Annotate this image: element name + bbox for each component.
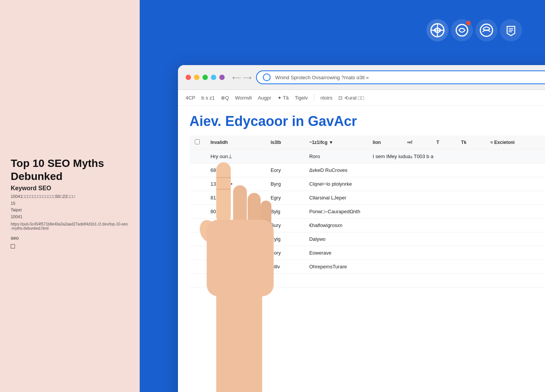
sidebar-icon: □ bbox=[11, 242, 129, 250]
row-col1-8: 8F 00k▸ bbox=[205, 274, 265, 287]
filter-cell-select bbox=[189, 150, 205, 163]
sidebar-subtitle: Keyword SEO bbox=[11, 185, 129, 192]
row-col2-0: Eory bbox=[265, 163, 304, 177]
row-select bbox=[189, 232, 205, 246]
sidebar: Top 10 SEO Myths Debunked Keyword SEO 10… bbox=[0, 0, 140, 392]
toolbar-item-tiger[interactable]: Tigelv bbox=[295, 95, 308, 101]
table-col-header-7: ≈ Excietoni bbox=[485, 136, 545, 150]
row-col3-3: Ponw□‒CaurapedΩnth bbox=[304, 205, 545, 219]
table-row: 32 00k▸ Bory Eowerave bbox=[189, 246, 545, 260]
sidebar-meta-line2: 15 bbox=[11, 200, 129, 207]
browser-content: Aiev. Edycaoor in GavAcr Invalidh ls3lb … bbox=[178, 106, 545, 295]
toolbar-item-2[interactable]: ⊗Q bbox=[221, 95, 229, 101]
sidebar-url[interactable]: https://pub-5c454f571b8e40a3a2aad27ade84… bbox=[11, 222, 129, 230]
browser-toolbar: 4CP b s z1 ⊗Q Worm∂i Augpr ✦ Tā Tigelv bbox=[178, 90, 545, 106]
row-select bbox=[189, 246, 205, 260]
page-title: Top 10 SEO Myths Debunked bbox=[11, 157, 129, 183]
row-select bbox=[189, 177, 205, 191]
table-row: 81 00k▸ Egry Cllarsinal LJeper bbox=[189, 191, 545, 205]
row-col3-0: ΔvkeD RuCroves bbox=[304, 163, 545, 177]
toolbar-item-augpr[interactable]: Augpr bbox=[258, 95, 271, 101]
traffic-light-yellow[interactable] bbox=[194, 75, 199, 80]
toolbar-item-1[interactable]: b s z1 bbox=[201, 95, 215, 101]
address-bar[interactable]: Wnind Sprotech Ovsarrowing ?rnats α3tl » bbox=[256, 70, 545, 84]
main-area: ⟵ ⟶ Wnind Sprotech Ovsarrowing ?rnats α3… bbox=[140, 0, 545, 392]
row-col1-2: 81 00k▸ bbox=[205, 191, 265, 205]
address-circle-icon bbox=[263, 74, 271, 81]
table-row: 13 00k⟶ Byrg Clqne⊢lo ptolynrke bbox=[189, 177, 545, 191]
address-text: Wnind Sprotech Ovsarrowing ?rnats α3tl » bbox=[275, 75, 545, 80]
nav-arrows: ⟵ ⟶ bbox=[232, 74, 251, 81]
content-title: Aiev. Edycaoor in GavAcr bbox=[189, 113, 545, 129]
traffic-light-red[interactable] bbox=[186, 75, 191, 80]
row-col1-7: S0 00k▸ bbox=[205, 260, 265, 274]
row-col2-8 bbox=[265, 274, 304, 287]
toolbar-label-ural: ⊡ ∢ural □□ bbox=[338, 95, 364, 101]
data-table: Invalidh ls3lb ~1z1ifcg ▼ lion ⇨! T Tk ≈… bbox=[189, 136, 545, 287]
table-col-header-1: ls3lb bbox=[265, 136, 304, 150]
toolbar-item-ta[interactable]: ✦ Tā bbox=[277, 95, 289, 101]
table-row: 82 00k▸ Bury €halfowigrosxn bbox=[189, 219, 545, 232]
traffic-light-blue[interactable] bbox=[211, 75, 216, 80]
table-col-header-0: Invalidh bbox=[205, 136, 265, 150]
row-col2-7: Nillv bbox=[265, 260, 304, 274]
filter-row: Hry oun⊥ Roro I sem IMey iudua₁ T003 b a bbox=[189, 150, 545, 163]
toolbar-label-1: b s z1 bbox=[201, 95, 215, 101]
row-col2-5: Rylg bbox=[265, 232, 304, 246]
row-col3-1: Clqne⊢lo ptolynrke bbox=[304, 177, 545, 191]
browser-chrome: ⟵ ⟶ Wnind Sprotech Ovsarrowing ?rnats α3… bbox=[178, 65, 545, 90]
row-col1-3: 80 00k▸ bbox=[205, 205, 265, 219]
filter-hry: Hry oun⊥ bbox=[205, 150, 304, 163]
row-col2-1: Byrg bbox=[265, 177, 304, 191]
deco-icons-area bbox=[426, 19, 522, 41]
select-all-checkbox[interactable] bbox=[195, 139, 200, 144]
table-row: S0 00k▸ Nillv OhrepemsTurare bbox=[189, 260, 545, 274]
toolbar-label-augpr: Augpr bbox=[258, 95, 271, 101]
filter-sem: I sem IMey iudua₁ T003 b a bbox=[367, 150, 545, 163]
table-col-header-5: T bbox=[431, 136, 455, 150]
toolbar-label-nloirs: nloirs bbox=[320, 95, 332, 101]
row-select bbox=[189, 219, 205, 232]
row-col1-5: 17 004▸ bbox=[205, 232, 265, 246]
traffic-lights bbox=[186, 75, 225, 80]
table-col-header-3: lion bbox=[367, 136, 402, 150]
toolbar-item-0[interactable]: 4CP bbox=[186, 95, 195, 101]
browser-window: ⟵ ⟶ Wnind Sprotech Ovsarrowing ?rnats α3… bbox=[178, 65, 545, 392]
deco-icon-4 bbox=[500, 19, 522, 41]
sidebar-meta-line1: 10041□□□□□□□□□□□□□50□22□□□ bbox=[11, 193, 129, 200]
row-col3-8 bbox=[304, 274, 545, 287]
row-col1-6: 32 00k▸ bbox=[205, 246, 265, 260]
table-col-header-select bbox=[189, 136, 205, 150]
row-col1-4: 82 00k▸ bbox=[205, 219, 265, 232]
row-col3-7: OhrepemsTurare bbox=[304, 260, 545, 274]
row-col2-3: Bylg bbox=[265, 205, 304, 219]
toolbar-label-worm: Worm∂i bbox=[235, 95, 252, 101]
sidebar-tag: seo bbox=[11, 235, 129, 241]
traffic-light-green[interactable] bbox=[202, 75, 208, 80]
deco-icon-2 bbox=[451, 19, 473, 41]
forward-arrow-icon[interactable]: ⟶ bbox=[243, 74, 251, 81]
table-header-row: Invalidh ls3lb ~1z1ifcg ▼ lion ⇨! T Tk ≈… bbox=[189, 136, 545, 150]
svg-point-3 bbox=[456, 24, 468, 36]
table-row: 17 004▸ Rylg Dalywo bbox=[189, 232, 545, 246]
row-select bbox=[189, 163, 205, 177]
toolbar-item-worm[interactable]: Worm∂i bbox=[235, 95, 252, 101]
toolbar-separator bbox=[314, 94, 314, 101]
toolbar-label-ta: ✦ Tā bbox=[277, 95, 289, 101]
row-col2-2: Egry bbox=[265, 191, 304, 205]
deco-icon-3 bbox=[475, 19, 498, 41]
row-select bbox=[189, 191, 205, 205]
deco-icon-1 bbox=[426, 19, 449, 41]
toolbar-item-nloirs[interactable]: nloirs bbox=[320, 95, 332, 101]
row-select bbox=[189, 260, 205, 274]
toolbar-label-2: ⊗Q bbox=[221, 95, 229, 101]
toolbar-label-tiger: Tigelv bbox=[295, 95, 308, 101]
back-arrow-icon[interactable]: ⟵ bbox=[232, 74, 241, 81]
row-col2-4: Bury bbox=[265, 219, 304, 232]
filter-roro: Roro bbox=[304, 150, 367, 163]
sidebar-meta-line4: 10041 bbox=[11, 214, 129, 220]
toolbar-item-ural[interactable]: ⊡ ∢ural □□ bbox=[338, 95, 364, 101]
table-col-header-2: ~1z1ifcg ▼ bbox=[304, 136, 367, 150]
table-col-header-4: ⇨! bbox=[402, 136, 431, 150]
traffic-light-purple[interactable] bbox=[219, 75, 225, 80]
